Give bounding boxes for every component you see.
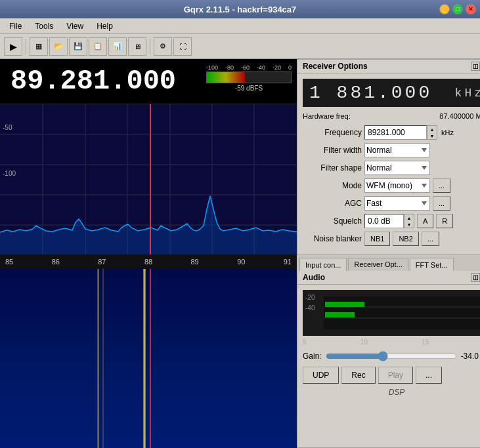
waterfall-svg (0, 269, 297, 448)
minimize-button[interactable]: _ (439, 4, 450, 14)
squelch-spinbox: ▲ ▼ (364, 214, 414, 228)
svg-rect-22 (325, 312, 355, 317)
menu-tools[interactable]: Tools (30, 20, 58, 32)
nb1-button[interactable]: NB1 (364, 232, 390, 246)
squelch-spin-buttons: ▲ ▼ (404, 214, 414, 228)
right-panel: Receiver Options ◫ ✕ 1 881.000 kHz Hardw… (297, 59, 480, 448)
squelch-input[interactable] (364, 214, 404, 228)
svg-rect-17 (0, 269, 297, 448)
title-bar: Gqrx 2.11.5 - hackrf=934ca7 _ □ ✕ (0, 0, 480, 18)
play-button[interactable]: ▶ (4, 37, 22, 56)
rx-freq-unit: kHz (455, 87, 480, 100)
panel-restore-button[interactable]: ◫ (471, 62, 480, 71)
menu-file[interactable]: File (4, 20, 27, 32)
audio-panel: Audio ◫ ✕ -20 -40 (297, 271, 480, 448)
waterfall (0, 269, 297, 448)
audio-restore-button[interactable]: ◫ (471, 273, 480, 282)
receiver-options-header: Receiver Options ◫ ✕ (297, 59, 480, 73)
squelch-r-button[interactable]: R (436, 214, 453, 228)
freq-axis: 85 86 87 88 89 90 91 (0, 255, 297, 269)
level-bar-container (206, 71, 292, 83)
rx-freq-value: 1 881.000 (309, 83, 432, 103)
frequency-input[interactable] (364, 125, 427, 140)
save-button[interactable]: 💾 (69, 37, 87, 56)
audio-scale: 5 10 15 20 (297, 338, 480, 346)
spectrum-svg (0, 104, 297, 255)
menu-help[interactable]: Help (91, 20, 118, 32)
freq-label-91: 91 (284, 258, 292, 266)
waterfall-inner (0, 269, 297, 448)
spectrum-graph: -50 -100 (0, 104, 297, 255)
settings-button[interactable]: ⚙ (154, 37, 172, 56)
gain-label: Gain: (303, 352, 322, 361)
menu-view[interactable]: View (61, 20, 89, 32)
network-button[interactable]: 🖥 (128, 37, 146, 56)
agc-more-button[interactable]: ... (433, 196, 450, 211)
toolbar: ▶ ▦ 📂 💾 📋 📊 🖥 ⚙ ⛶ (0, 34, 480, 59)
play-audio-button[interactable]: Play (378, 367, 413, 384)
freq-label-88: 88 (144, 258, 152, 266)
maximize-button[interactable]: □ (452, 4, 463, 14)
tabs-row: Input con... Receiver Opt... FFT Set... (297, 255, 480, 271)
agc-select[interactable]: Fast Medium Slow Off (364, 196, 430, 211)
toolbar-separator-2 (150, 39, 150, 54)
frequency-spinbox[interactable]: ▲ ▼ (364, 125, 437, 140)
rec-button[interactable]: Rec (341, 367, 375, 384)
receiver-options-title: Receiver Options (303, 62, 368, 71)
audio-header: Audio ◫ ✕ (297, 271, 480, 285)
menu-bar: File Tools View Help (0, 18, 480, 34)
udp-button[interactable]: UDP (303, 367, 339, 384)
window-title: Gqrx 2.11.5 - hackrf=934ca7 (184, 5, 297, 14)
filter-width-select[interactable]: Normal Narrow Wide (364, 143, 430, 157)
center-line (150, 104, 151, 255)
fullscreen-button[interactable]: ⛶ (173, 37, 192, 56)
open-button[interactable]: 📂 (49, 37, 68, 56)
audio-scale-15: 15 (422, 338, 429, 346)
hw-freq-label: Hardware freq: (303, 112, 351, 120)
audio-meter-svg (324, 296, 480, 329)
frequency-label: Frequency (303, 128, 362, 137)
level-value: -59 dBFS (206, 85, 292, 92)
filter-width-row: Filter width Normal Narrow Wide (303, 143, 480, 157)
squelch-a-button[interactable]: A (417, 214, 433, 228)
gain-slider[interactable] (326, 351, 457, 361)
bookmark-button[interactable]: 📋 (89, 37, 107, 56)
receiver-options-body: 1 881.000 kHz Hardware freq: 87.400000 M… (297, 73, 480, 255)
agc-label: AGC (303, 199, 362, 208)
gain-value: -34.0 dB (461, 352, 480, 361)
audio-buttons: UDP Rec Play ... (297, 364, 480, 386)
filter-shape-label: Filter shape (303, 163, 362, 173)
main-content: 89.281.000 -100 -80 -60 -40 -20 0 -59 dB… (0, 59, 480, 448)
mode-label: Mode (303, 181, 362, 190)
signal-button[interactable]: 📊 (108, 37, 127, 56)
freq-label-89: 89 (191, 258, 199, 266)
nb2-button[interactable]: NB2 (393, 232, 418, 246)
memory-button[interactable]: ▦ (30, 37, 48, 56)
frequency-spin-down[interactable]: ▼ (427, 132, 437, 139)
gain-row: Gain: -34.0 dB (297, 348, 480, 364)
squelch-spin-up[interactable]: ▲ (404, 214, 414, 221)
noise-more-button[interactable]: ... (422, 232, 439, 246)
frequency-spin-buttons: ▲ ▼ (427, 125, 437, 140)
audio-more-button[interactable]: ... (416, 367, 442, 384)
filter-shape-select[interactable]: Normal Sharp Soft (364, 161, 430, 175)
mode-row: Mode WFM (mono) WFM (stereo) AM FM USB L… (303, 178, 480, 193)
close-button[interactable]: ✕ (466, 4, 476, 14)
frequency-unit: kHz (441, 129, 454, 136)
frequency-row: Frequency ▲ ▼ kHz (303, 125, 480, 140)
frequency-spin-up[interactable]: ▲ (427, 126, 437, 132)
frequency-value: 89.281.000 (11, 66, 176, 97)
level-bar (207, 72, 245, 83)
mode-more-button[interactable]: ... (433, 178, 450, 193)
freq-label-85: 85 (5, 258, 13, 266)
svg-rect-21 (325, 302, 364, 307)
freq-label-86: 86 (52, 258, 60, 266)
mode-select[interactable]: WFM (mono) WFM (stereo) AM FM USB LSB (364, 178, 430, 193)
tab-input-config[interactable]: Input con... (299, 258, 347, 271)
dsp-label: DSP (297, 386, 480, 398)
audio-scale-10: 10 (360, 338, 368, 346)
tab-receiver-options[interactable]: Receiver Opt... (348, 258, 408, 271)
tab-fft-settings[interactable]: FFT Set... (410, 258, 454, 271)
audio-db-label-40: -40 (305, 304, 315, 312)
squelch-spin-down[interactable]: ▼ (404, 221, 414, 228)
